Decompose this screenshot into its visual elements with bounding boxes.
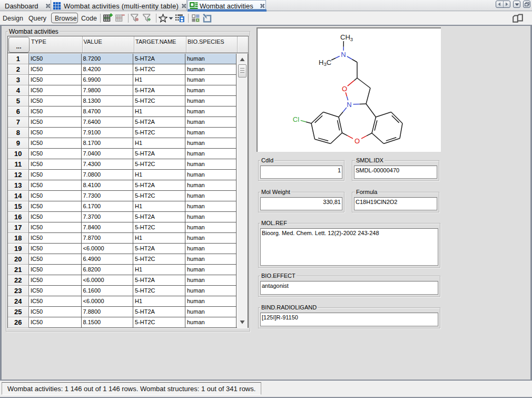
svg-text:CH3: CH3 xyxy=(340,33,353,42)
svg-text:H3C: H3C xyxy=(319,59,331,67)
svg-text:N: N xyxy=(341,51,346,59)
svg-text:N: N xyxy=(347,101,351,109)
svg-text:Cl: Cl xyxy=(293,115,299,123)
svg-text:O: O xyxy=(354,137,360,145)
svg-text:O: O xyxy=(342,85,347,93)
